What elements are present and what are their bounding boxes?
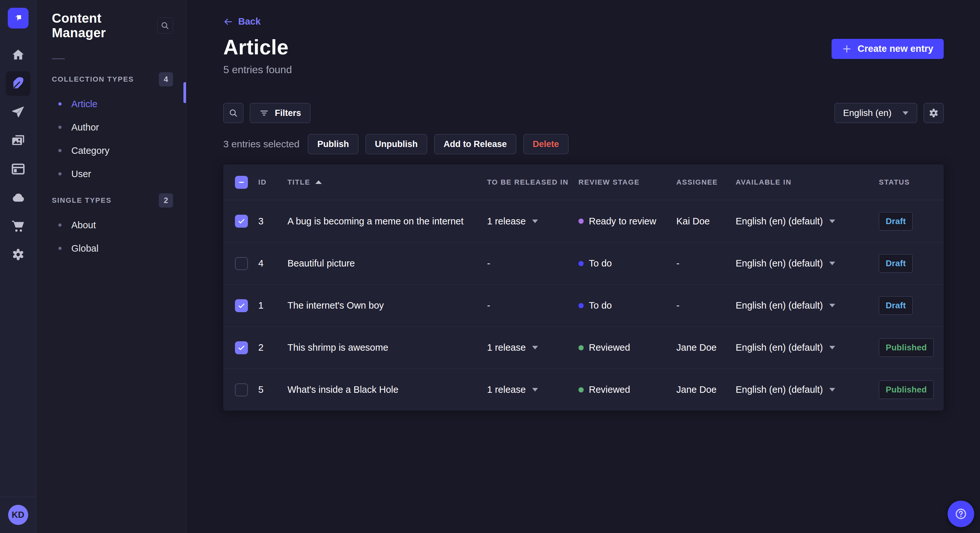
available-cell[interactable]: English (en) (default) [736,384,879,395]
table-row[interactable]: 1The internet's Own boy-To do-English (e… [223,284,944,327]
feather-icon[interactable] [6,71,30,96]
main-nav-rail: KD [0,0,36,533]
row-checkbox[interactable] [235,299,248,312]
id-cell: 4 [258,258,288,269]
cloud-icon[interactable] [6,185,30,210]
stage-dot-icon [579,219,584,224]
release-cell[interactable]: 1 release [487,342,579,353]
table-row[interactable]: 3A bug is becoming a meme on the interne… [223,200,944,242]
checkbox-cell [223,383,258,397]
stage-dot-icon [579,345,584,351]
main-content: Back Article Create new entry 5 entries … [186,0,980,533]
subnav-item-label: Global [71,243,99,254]
status-badge: Published [879,381,934,399]
add-to-release-button[interactable]: Add to Release [434,134,516,154]
available-cell[interactable]: English (en) (default) [736,216,879,227]
sort-ascending-icon [315,180,322,184]
row-locale: English (en) (default) [736,258,823,269]
available-cell[interactable]: English (en) (default) [736,342,879,353]
available-cell[interactable]: English (en) (default) [736,300,879,311]
chevron-down-icon [829,388,835,392]
unpublish-button[interactable]: Unpublish [366,134,427,154]
column-header-status: STATUS [879,178,944,187]
content-manager-subnav: Content Manager COLLECTION TYPES4Article… [36,0,186,533]
row-title: Beautiful picture [288,258,355,269]
subnav-item-user[interactable]: User [36,162,186,186]
subnav-item-article[interactable]: Article [36,92,186,116]
checkbox-cell [223,341,258,354]
publish-button[interactable]: Publish [308,134,358,154]
chevron-down-icon [532,346,538,349]
release-cell[interactable]: 1 release [487,384,579,395]
row-checkbox[interactable] [235,215,248,228]
chevron-down-icon [532,219,538,223]
available-cell[interactable]: English (en) (default) [736,258,879,269]
status-cell: Published [879,381,944,399]
bullet-icon [58,247,62,250]
row-checkbox[interactable] [235,257,248,270]
row-release: - [487,258,490,269]
check-icon [237,217,246,225]
table-row[interactable]: 2This shrimp is awesome1 releaseReviewed… [223,327,944,368]
section-label: COLLECTION TYPES [52,75,134,84]
title-cell: Beautiful picture [288,258,487,269]
select-all-checkbox[interactable] [235,176,248,189]
layout-icon[interactable] [6,157,30,181]
release-cell[interactable]: 1 release [487,216,579,227]
filters-button[interactable]: Filters [250,103,310,123]
column-header-title[interactable]: TITLE [288,178,487,187]
table-row[interactable]: 4Beautiful picture-To do-English (en) (d… [223,242,944,284]
entries-table: ID TITLE TO BE RELEASED IN REVIEW STAGE … [223,165,944,411]
status-badge: Draft [879,212,913,230]
assignee-cell: Jane Doe [676,342,736,353]
gear-icon [928,108,939,119]
table-body: 3A bug is becoming a meme on the interne… [223,200,944,411]
plus-icon [842,44,852,54]
row-release: - [487,300,490,311]
row-title: This shrimp is awesome [288,342,388,353]
bullet-icon [58,125,62,129]
selection-summary: 3 entries selected [223,139,299,150]
id-cell: 2 [258,342,288,353]
row-checkbox[interactable] [235,383,248,397]
gear-icon[interactable] [6,242,30,267]
table-row[interactable]: 5What's inside a Black Hole1 releaseRevi… [223,368,944,411]
subnav-item-global[interactable]: Global [36,237,186,260]
home-icon[interactable] [6,43,30,67]
settings-button[interactable] [924,103,944,123]
title-cell: A bug is becoming a meme on the internet [288,216,487,227]
strapi-logo[interactable] [8,8,29,29]
release-cell: - [487,300,579,311]
row-stage: Ready to review [589,216,656,227]
indeterminate-icon [237,178,246,187]
subnav-section: SINGLE TYPES2AboutGlobal [36,194,186,260]
assignee-cell: - [676,300,736,311]
back-link[interactable]: Back [223,16,261,27]
help-button[interactable] [948,501,974,527]
user-avatar[interactable]: KD [8,505,28,525]
row-checkbox[interactable] [235,341,248,354]
row-release: 1 release [487,216,526,227]
locale-select[interactable]: English (en) [835,103,917,123]
status-cell: Draft [879,212,944,230]
row-locale: English (en) (default) [736,384,823,395]
row-locale: English (en) (default) [736,300,823,311]
media-icon[interactable] [6,128,30,153]
subnav-title: Content Manager [52,11,157,40]
subnav-item-author[interactable]: Author [36,116,186,139]
paper-plane-icon[interactable] [6,100,30,124]
subnav-search-button[interactable] [157,17,173,34]
bullet-icon [58,224,62,227]
cart-icon[interactable] [6,214,30,238]
arrow-left-icon [223,17,233,27]
subnav-item-label: User [71,169,91,179]
subnav-item-category[interactable]: Category [36,139,186,162]
check-icon [237,301,246,310]
chevron-down-icon [902,111,908,115]
create-new-entry-button[interactable]: Create new entry [832,39,944,59]
delete-button[interactable]: Delete [523,134,568,154]
subnav-item-about[interactable]: About [36,213,186,237]
table-search-button[interactable] [223,103,243,123]
id-cell: 1 [258,300,288,311]
row-assignee: - [676,300,679,311]
